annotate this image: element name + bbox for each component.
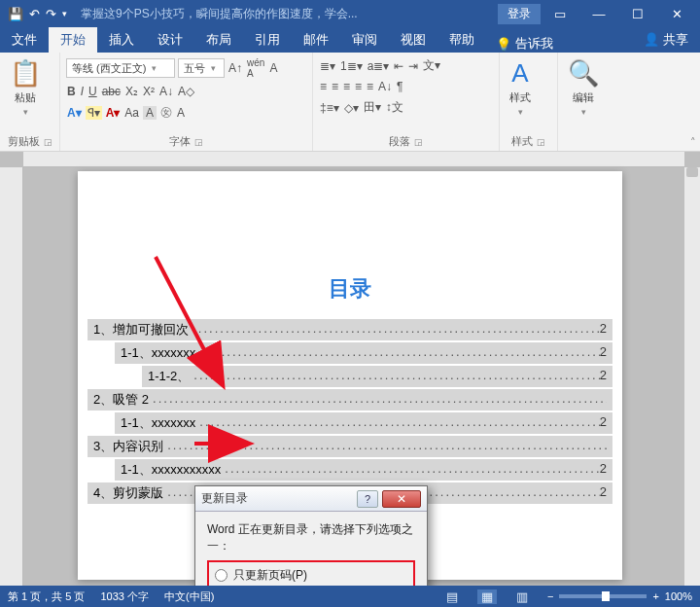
zoom-control[interactable]: − + 100% [547,590,692,602]
toc-entry[interactable]: 2、吸管 2..................................… [88,389,612,411]
read-mode-icon[interactable]: ▤ [442,589,462,604]
dialog-launcher-icon[interactable]: ◲ [414,137,423,147]
dialog-message: Word 正在更新目录，请选择下列选项之一： [207,521,415,554]
chevron-down-icon: ▾ [23,107,28,117]
tab-help[interactable]: 帮助 [438,27,486,53]
toc-entry[interactable]: 1-1、xxxxxxx.............................… [115,412,612,434]
borders-icon[interactable]: 田▾ [363,99,382,116]
increase-indent-icon[interactable]: ⇥ [407,59,419,73]
char-border-icon[interactable]: A [268,61,278,75]
tab-mailings[interactable]: 邮件 [292,27,340,53]
dialog-launcher-icon[interactable]: ◲ [194,137,203,147]
strike-button[interactable]: abc [101,85,122,98]
distribute-icon[interactable]: ≡ [366,80,374,93]
language-indicator[interactable]: 中文(中国) [164,589,214,604]
dialog-launcher-icon[interactable]: ◲ [44,137,52,147]
change-case-button[interactable]: Aa [123,106,140,120]
undo-icon[interactable]: ↶ [29,7,40,21]
tab-view[interactable]: 视图 [389,27,438,53]
numbering-icon[interactable]: 1≣▾ [339,59,364,73]
status-bar: 第 1 页，共 5 页 1033 个字 中文(中国) ▤ ▦ ▥ − + 100… [0,586,700,607]
grow-font-icon[interactable]: A↑ [228,61,243,75]
align-left-icon[interactable]: ≡ [319,80,328,93]
line-spacing-icon[interactable]: ‡≡▾ [319,101,340,115]
tab-design[interactable]: 设计 [146,27,194,53]
tell-me[interactable]: 💡 告诉我 [486,35,563,53]
char-shading-icon[interactable]: A [143,106,157,120]
italic-button[interactable]: I [80,85,85,98]
ribbon-options-icon[interactable]: ▭ [541,7,579,21]
maximize-icon[interactable]: ☐ [618,7,657,21]
print-layout-icon[interactable]: ▦ [477,589,497,604]
quick-access-toolbar: 💾 ↶ ↷ ▾ [4,7,67,21]
show-marks-icon[interactable]: ¶ [396,80,403,93]
clear-format-icon[interactable]: A◇ [177,85,195,98]
dialog-launcher-icon[interactable]: ◲ [537,137,545,147]
align-right-icon[interactable]: ≡ [342,80,351,93]
font-color-icon[interactable]: A▾ [105,106,122,120]
underline-button[interactable]: U [88,85,98,98]
bulb-icon: 💡 [496,37,511,52]
text-effects-icon[interactable]: A▾ [66,106,83,120]
justify-icon[interactable]: ≡ [354,80,363,93]
superscript-button[interactable]: X² [142,85,156,98]
zoom-slider[interactable] [559,594,647,598]
find-icon: 🔍 [568,58,599,89]
toc-entry[interactable]: 1-1-2、..................................… [142,366,612,387]
zoom-level[interactable]: 100% [665,590,692,602]
highlight-icon[interactable]: ꟼ▾ [86,106,102,120]
dialog-titlebar[interactable]: 更新目录 ? ✕ [195,486,427,512]
decrease-indent-icon[interactable]: ⇤ [393,59,404,73]
tab-layout[interactable]: 布局 [194,27,243,53]
shrink-font-icon[interactable]: A↓ [158,85,174,98]
bullets-icon[interactable]: ≣▾ [319,59,336,73]
zoom-in-icon[interactable]: + [652,590,658,602]
shading-icon[interactable]: ◇▾ [343,101,360,115]
editing-button[interactable]: 🔍 编辑 ▾ [564,56,603,119]
horizontal-ruler[interactable] [23,152,684,167]
paste-button[interactable]: 📋 粘贴 ▾ [6,56,45,119]
close-icon[interactable]: ✕ [382,490,421,508]
toc-entry[interactable]: 1-1、xxxxxxxxxxx.........................… [115,459,612,481]
tab-insert[interactable]: 插入 [97,27,146,53]
tab-references[interactable]: 引用 [243,27,292,53]
align-center-icon[interactable]: ≡ [331,80,339,93]
vertical-scrollbar[interactable] [684,167,700,586]
text-direction-icon[interactable]: ↕文 [385,99,404,116]
toc-entry[interactable]: 1、增加可撤回次................................… [88,319,612,340]
ribbon: 📋 粘贴 ▾ 剪贴板◲ 等线 (西文正文)▾ 五号▾ A↑ wénA A B I… [0,53,700,152]
save-icon[interactable]: 💾 [8,7,23,21]
subscript-button[interactable]: X₂ [124,85,139,98]
redo-icon[interactable]: ↷ [46,7,56,21]
word-count[interactable]: 1033 个字 [100,589,149,604]
bold-button[interactable]: B [66,85,77,98]
multilevel-icon[interactable]: a≣▾ [367,59,391,73]
radio-update-page-numbers[interactable]: 只更新页码(P) [209,564,413,586]
help-icon[interactable]: ? [357,490,378,508]
styles-button[interactable]: A 样式 ▾ [506,56,535,119]
zoom-out-icon[interactable]: − [547,590,553,602]
tab-review[interactable]: 审阅 [340,27,389,53]
web-layout-icon[interactable]: ▥ [512,589,532,604]
char-scaling-icon[interactable]: A [176,106,186,120]
vertical-ruler[interactable] [0,167,23,586]
window-title: 掌握这9个PS小技巧，瞬间提高你的作图速度，学会... [67,6,498,22]
close-icon[interactable]: ✕ [657,7,696,21]
tab-file[interactable]: 文件 [0,27,49,53]
share-button[interactable]: 👤 共享 [632,27,700,53]
page-indicator[interactable]: 第 1 页，共 5 页 [8,589,85,604]
enclose-char-icon[interactable]: ㊛ [159,104,173,121]
group-paragraph: ≣▾ 1≣▾ a≣▾ ⇤ ⇥ 文▾ ≡ ≡ ≡ ≡ ≡ A↓ ¶ ‡≡▾ ◇▾ … [313,53,500,151]
font-size-combo[interactable]: 五号▾ [178,58,225,78]
login-button[interactable]: 登录 [498,4,541,24]
toc-entry[interactable]: 3、内容识别..................................… [88,436,612,457]
toc-entry[interactable]: 1-1、xxxxxxx.............................… [115,342,612,364]
phonetic-icon[interactable]: wénA [246,57,265,79]
tab-home[interactable]: 开始 [49,27,97,53]
minimize-icon[interactable]: — [579,7,618,21]
collapse-ribbon-icon[interactable]: ˄ [690,136,696,149]
asian-layout-icon[interactable]: 文▾ [422,57,441,74]
title-bar: 💾 ↶ ↷ ▾ 掌握这9个PS小技巧，瞬间提高你的作图速度，学会... 登录 ▭… [0,0,700,27]
sort-icon[interactable]: A↓ [377,80,393,93]
font-family-combo[interactable]: 等线 (西文正文)▾ [66,58,175,78]
